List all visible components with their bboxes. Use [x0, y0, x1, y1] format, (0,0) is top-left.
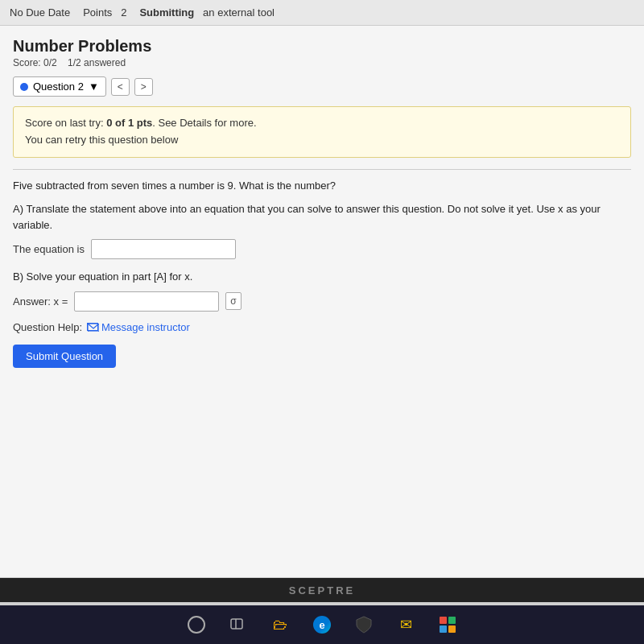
svg-rect-1 [231, 619, 242, 629]
score-line: Score: 0/2 1/2 answered [13, 57, 631, 68]
windows-circle-icon [188, 616, 205, 634]
prev-question-button[interactable]: < [111, 78, 130, 96]
sigma-button[interactable]: σ [225, 292, 241, 310]
tiles-icon [440, 617, 456, 633]
equation-input[interactable] [91, 239, 236, 259]
edge-button[interactable]: e [311, 613, 333, 636]
score-notice-line2: You can retry this question below [25, 132, 619, 149]
sceptre-area: SCEPTRE [0, 578, 644, 602]
answer-prefix: Answer: x = [13, 295, 68, 308]
equation-prefix: The equation is [13, 243, 85, 255]
windows-start-button[interactable] [185, 613, 208, 636]
divider-1 [13, 169, 631, 170]
sceptre-text: SCEPTRE [289, 584, 355, 597]
folder-icon: 🗁 [273, 617, 287, 634]
question-dropdown[interactable]: Question 2 ▼ [13, 76, 106, 97]
message-instructor-link[interactable]: Message instructor [87, 321, 190, 333]
folder-button[interactable]: 🗁 [269, 613, 291, 636]
mail-icon [87, 323, 98, 331]
shield-icon [356, 616, 372, 634]
points-label: Points 2 [83, 6, 126, 19]
edge-icon: e [313, 616, 331, 634]
main-content: Number Problems Score: 0/2 1/2 answered … [0, 26, 644, 577]
next-question-button[interactable]: > [134, 78, 153, 96]
answer-input[interactable] [74, 291, 219, 312]
submit-question-button[interactable]: Submit Question [13, 345, 116, 368]
tiles-button[interactable] [436, 613, 459, 636]
mail-taskbar-icon: ✉ [400, 616, 412, 634]
equation-input-row: The equation is [13, 239, 631, 259]
question-label: Question 2 [33, 80, 84, 93]
page-title: Number Problems [13, 37, 631, 56]
main-question-text: Five subtracted from seven times a numbe… [13, 178, 631, 194]
search-button[interactable] [227, 613, 250, 636]
question-help: Question Help: Message instructor [13, 321, 631, 333]
answer-input-row: Answer: x = σ [13, 291, 631, 312]
search-icon [229, 616, 247, 634]
shield-button[interactable] [353, 613, 375, 636]
top-bar: No Due Date Points 2 Submitting an exter… [0, 0, 644, 26]
message-instructor-text: Message instructor [101, 321, 190, 333]
taskbar: 🗁 e ✉ [0, 605, 644, 644]
part-b-label: B) Solve your equation in part [A] for x… [13, 269, 631, 285]
question-bar: Question 2 ▼ < > [13, 76, 631, 97]
mail-button[interactable]: ✉ [394, 613, 417, 636]
question-dot [20, 83, 28, 91]
part-a-label: A) Translate the statement above into an… [13, 201, 631, 233]
submitting-label: Submitting an external tool [139, 6, 275, 19]
help-label: Question Help: [13, 321, 82, 333]
score-notice-line1: Score on last try: 0 of 1 pts. See Detai… [25, 115, 619, 132]
dropdown-arrow: ▼ [89, 80, 99, 93]
no-due-date: No Due Date [10, 6, 70, 19]
score-notice: Score on last try: 0 of 1 pts. See Detai… [13, 106, 631, 158]
